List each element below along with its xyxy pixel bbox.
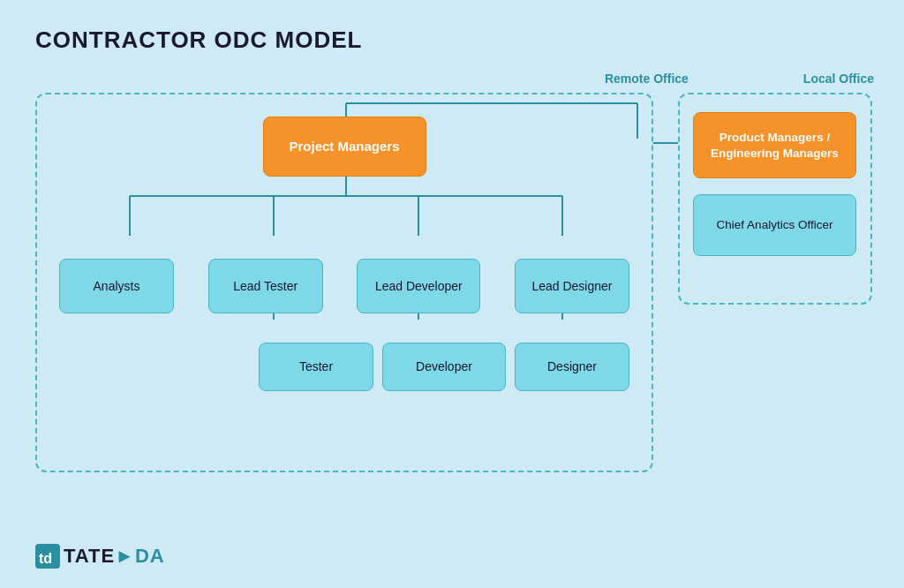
page: CONTRACTOR ODC MODEL Remote Office Local… — [0, 0, 904, 588]
logo-icon: td — [35, 544, 60, 569]
local-office-box: Product Managers / Engineering Managers … — [678, 93, 872, 305]
page-title: CONTRACTOR ODC MODEL — [35, 26, 869, 54]
product-managers-box: Product Managers / Engineering Managers — [693, 112, 856, 178]
developer-box: Developer — [382, 343, 506, 391]
tester-box: Tester — [259, 343, 373, 391]
remote-office-box: Project Managers Analysts Lead Tester Le… — [35, 93, 653, 472]
logo-text: TATE►DA — [64, 545, 165, 568]
designer-box: Designer — [515, 343, 629, 391]
lead-tester-box: Lead Tester — [208, 259, 323, 313]
lead-designer-box: Lead Designer — [515, 259, 629, 313]
analysts-box: Analysts — [59, 259, 174, 313]
connector-svg — [653, 93, 678, 269]
lead-developer-box: Lead Developer — [357, 259, 480, 313]
local-office-label: Local Office — [803, 72, 874, 86]
logo: td TATE►DA — [35, 544, 165, 569]
chief-analytics-box: Chief Analytics Officer — [693, 194, 856, 256]
project-managers-box: Project Managers — [263, 117, 426, 177]
svg-text:td: td — [39, 551, 52, 566]
remote-office-label: Remote Office — [605, 72, 689, 86]
